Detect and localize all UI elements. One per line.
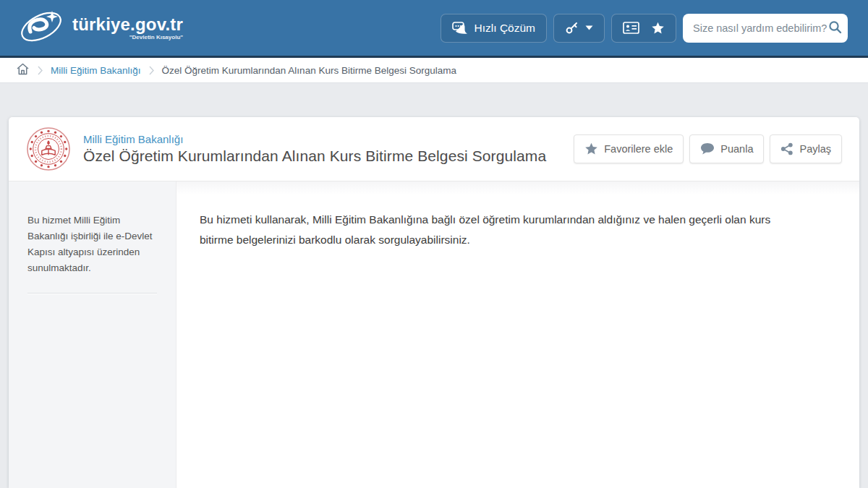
edevlet-swoosh-icon (19, 8, 65, 48)
service-sidebar: Bu hizmet Milli Eğitim Bakanlığı işbirli… (9, 181, 176, 488)
turkiye-gov-logo[interactable]: türkiye.gov.tr "Devletin Kısayolu" (19, 8, 183, 48)
site-header: türkiye.gov.tr "Devletin Kısayolu" Hızlı… (0, 0, 868, 58)
header-actions: Hızlı Çözüm (441, 14, 848, 43)
service-card: Milli Eğitim Bakanlığı Özel Öğretim Kuru… (9, 117, 859, 488)
page-title: Özel Öğretim Kurumlarından Alınan Kurs B… (83, 147, 574, 165)
search-input[interactable] (693, 22, 828, 34)
service-description: Bu hizmeti kullanarak, Milli Eğitim Baka… (200, 210, 793, 250)
login-dropdown-button[interactable] (553, 14, 605, 43)
key-icon (565, 21, 579, 35)
brand-tagline: "Devletin Kısayolu" (72, 35, 183, 40)
breadcrumb-item-ministry[interactable]: Milli Eğitim Bakanlığı (51, 65, 141, 76)
quick-solution-button[interactable]: Hızlı Çözüm (441, 14, 547, 43)
chat-bubbles-icon (452, 22, 468, 35)
share-icon (780, 142, 793, 155)
breadcrumb-item-current: Özel Öğretim Kurumlarından Alınan Kurs B… (162, 65, 456, 76)
service-content: Bu hizmeti kullanarak, Milli Eğitim Baka… (176, 181, 859, 488)
add-to-favorites-label: Favorilere ekle (604, 143, 673, 155)
search-icon (828, 20, 842, 36)
rate-label: Puanla (720, 143, 753, 155)
share-label: Paylaş (799, 143, 831, 155)
service-card-header: Milli Eğitim Bakanlığı Özel Öğretim Kuru… (9, 117, 859, 181)
add-to-favorites-button[interactable]: Favorilere ekle (574, 134, 684, 163)
home-icon (16, 62, 30, 79)
quick-solution-label: Hızlı Çözüm (475, 22, 535, 35)
service-provider-note: Bu hizmet Milli Eğitim Bakanlığı işbirli… (27, 213, 157, 275)
share-button[interactable]: Paylaş (770, 134, 842, 163)
breadcrumb-separator (149, 66, 154, 75)
service-title-block: Milli Eğitim Bakanlığı Özel Öğretim Kuru… (83, 133, 574, 165)
brand-name: türkiye.gov.tr (72, 16, 183, 33)
breadcrumb-separator (38, 66, 43, 75)
site-search (683, 14, 848, 43)
breadcrumb: Milli Eğitim Bakanlığı Özel Öğretim Kuru… (0, 58, 868, 83)
star-icon (584, 142, 598, 155)
id-card-icon[interactable] (623, 22, 639, 34)
chevron-down-icon (585, 25, 593, 30)
search-button[interactable] (828, 20, 842, 36)
breadcrumb-home-link[interactable] (16, 62, 30, 79)
service-card-body: Bu hizmet Milli Eğitim Bakanlığı işbirli… (9, 181, 859, 488)
sidebar-divider (27, 293, 157, 294)
ministry-link[interactable]: Milli Eğitim Bakanlığı (83, 133, 183, 145)
meb-ministry-emblem (26, 127, 71, 171)
service-action-buttons: Favorilere ekle Puanla (574, 134, 842, 163)
comment-icon (700, 142, 715, 155)
account-shortcuts-group (611, 14, 676, 43)
rate-button[interactable]: Puanla (689, 134, 764, 163)
favorites-star-icon[interactable] (651, 22, 665, 35)
